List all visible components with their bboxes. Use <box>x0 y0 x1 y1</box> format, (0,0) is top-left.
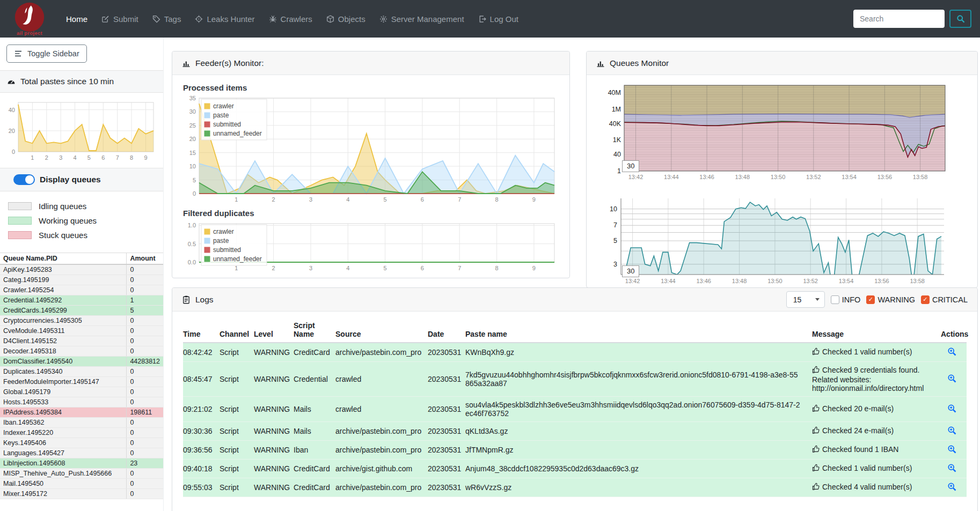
queue-amount-cell: 0 <box>127 489 163 499</box>
queue-amount-cell: 0 <box>127 377 163 387</box>
svg-text:2: 2 <box>45 154 48 161</box>
logs-header-time: Time <box>183 319 220 343</box>
brand-text: ail project <box>17 30 42 36</box>
logs-header-channel: Channel <box>220 319 254 343</box>
actions-cell <box>941 460 967 478</box>
queue-amount-cell: 0 <box>127 336 163 346</box>
svg-text:13:46: 13:46 <box>696 278 711 284</box>
queues-card-title: Queues Monitor <box>610 58 669 68</box>
edit-icon <box>101 15 109 23</box>
script-name-cell: Mails <box>294 422 335 441</box>
svg-text:5: 5 <box>384 196 387 203</box>
svg-text:9: 9 <box>144 154 147 161</box>
nav-item-log-out[interactable]: Log Out <box>471 14 525 24</box>
queue-row: FeederModuleImporter.14951470 <box>0 377 163 387</box>
svg-text:5: 5 <box>384 265 387 271</box>
warning-checkbox[interactable] <box>866 295 875 304</box>
message-cell: Checked 20 e-mail(s) <box>812 397 941 422</box>
display-queues-toggle[interactable] <box>13 174 35 185</box>
nav-item-server-management[interactable]: Server Management <box>372 14 471 24</box>
level-cell: WARNING <box>254 362 294 397</box>
log-row: 09:55:03ScriptWARNINGCreditCardarchive/p… <box>183 478 967 497</box>
logs-card: Logs 15 INFOWARNINGCRITICAL TimeChannelL… <box>172 287 978 511</box>
search-icon <box>956 14 965 23</box>
search-plus-icon[interactable] <box>947 374 956 384</box>
message-text: Checked 1 valid number(s) <box>822 464 912 472</box>
queue-row: Hosts.14955330 <box>0 397 163 408</box>
svg-text:submitted: submitted <box>213 121 241 128</box>
message-text: Checked 4 valid number(s) <box>822 483 912 491</box>
nav-item-tags[interactable]: Tags <box>145 14 188 24</box>
chart-svg: 1234567890.00.51.0crawlerpastesubmittedu… <box>183 220 559 273</box>
queue-row: Categ.14951990 <box>0 275 163 285</box>
svg-text:paste: paste <box>213 112 229 119</box>
search-plus-icon[interactable] <box>947 482 956 493</box>
channel-cell: Script <box>220 343 254 362</box>
bar-chart-icon <box>596 59 605 68</box>
svg-text:crawler: crawler <box>213 228 234 235</box>
svg-text:13:52: 13:52 <box>806 174 821 180</box>
nav-item-home[interactable]: Home <box>59 14 94 24</box>
queue-name-cell: ApiKey.1495283 <box>0 264 127 275</box>
feeders-card-title: Feeder(s) Monitor: <box>195 58 264 68</box>
channel-cell: Script <box>220 422 254 441</box>
info-checkbox[interactable] <box>831 295 839 304</box>
queue-amount-cell: 0 <box>127 448 163 458</box>
script-name-cell: CreditCard <box>294 343 335 362</box>
queue-name-cell: LibInjection.1495608 <box>0 458 127 469</box>
nav-item-leaks-hunter[interactable]: Leaks Hunter <box>188 14 261 24</box>
queue-row: Mixer.14951720 <box>0 489 163 499</box>
queue-name-cell: IPAddress.1495384 <box>0 408 127 418</box>
search-input[interactable] <box>853 10 945 28</box>
search-plus-icon[interactable] <box>947 347 956 358</box>
log-level-filters: INFOWARNINGCRITICAL <box>825 295 968 304</box>
search-plus-icon[interactable] <box>947 445 956 455</box>
roll-period-input[interactable]: 30 <box>622 160 639 172</box>
svg-text:13:42: 13:42 <box>625 278 640 284</box>
time-cell: 09:21:02 <box>183 397 220 422</box>
svg-text:paste: paste <box>213 237 229 245</box>
logs-table: TimeChannelLevelScript NameSourceDatePas… <box>183 319 967 497</box>
svg-text:unnamed_feeder: unnamed_feeder <box>213 130 262 137</box>
search-plus-icon[interactable] <box>947 426 956 436</box>
svg-text:13:56: 13:56 <box>874 278 889 284</box>
filter-warning[interactable]: WARNING <box>866 295 915 304</box>
nav-item-submit[interactable]: Submit <box>94 14 145 24</box>
paste-name-cell: 7kd5gvuzuu44obhhghomhr4sisjfbrpw5bkcofjq… <box>465 362 812 397</box>
nav-item-crawlers[interactable]: Crawlers <box>262 14 319 24</box>
time-cell: 09:40:18 <box>183 460 220 478</box>
nav-item-label: Tags <box>164 14 181 24</box>
script-name-cell: Iban <box>294 441 335 460</box>
message-text: Checked 9 credentials found. Related web… <box>812 366 924 392</box>
display-queues-row: Display queues <box>0 168 163 191</box>
critical-checkbox[interactable] <box>921 295 930 304</box>
svg-text:8: 8 <box>495 196 499 203</box>
search-button[interactable] <box>949 10 971 28</box>
svg-text:13:50: 13:50 <box>767 278 782 284</box>
queue-name-cell: Decoder.1495318 <box>0 346 127 357</box>
queues-state-legend: Idling queuesWorking queuesStuck queues <box>0 191 163 250</box>
queue-name-cell: Mixer.1495172 <box>0 489 127 499</box>
script-name-cell: CreditCard <box>294 460 335 478</box>
paste-name-cell: wR6vVzzS.gz <box>465 478 812 497</box>
message-cell: Checked 1 valid number(s) <box>812 343 941 362</box>
svg-text:13:54: 13:54 <box>842 174 857 180</box>
roll-period-input[interactable]: 30 <box>622 265 639 277</box>
nav-item-objects[interactable]: Objects <box>319 14 372 24</box>
feeders-monitor-card: Feeder(s) Monitor: Processed items 12345… <box>172 51 570 278</box>
svg-text:10: 10 <box>189 163 196 169</box>
date-cell: 20230531 <box>428 478 465 497</box>
chart-svg: 13:4213:4413:4613:4813:5013:5213:5413:56… <box>599 195 947 287</box>
queue-name-cell: CveModule.1495311 <box>0 326 127 336</box>
search-plus-icon[interactable] <box>947 404 956 414</box>
app-logo[interactable]: ail project <box>9 2 50 36</box>
filter-info[interactable]: INFO <box>831 295 861 304</box>
page-size-select[interactable]: 15 <box>786 291 825 308</box>
filter-critical[interactable]: CRITICAL <box>921 295 968 304</box>
svg-text:3: 3 <box>309 196 312 203</box>
search-plus-icon[interactable] <box>947 463 956 474</box>
chart-svg: 13:4213:4413:4613:4813:5013:5213:5413:56… <box>599 84 947 182</box>
nav-items: HomeSubmitTagsLeaks HunterCrawlersObject… <box>59 14 525 24</box>
queue-row: Global.14951790 <box>0 387 163 397</box>
toggle-sidebar-button[interactable]: Toggle Sidebar <box>6 45 87 63</box>
